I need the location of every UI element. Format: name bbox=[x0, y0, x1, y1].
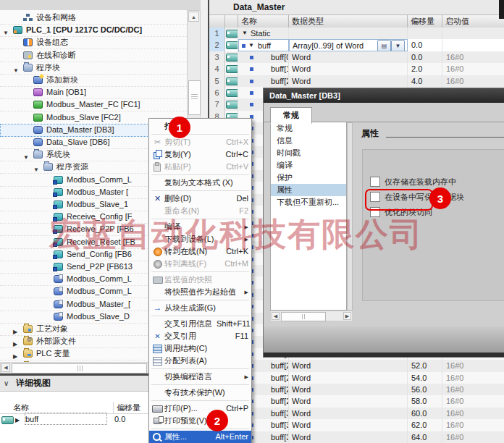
cell-startvalue[interactable]: 16#0 bbox=[442, 63, 504, 75]
db-editor-title: Data_Master bbox=[209, 0, 504, 14]
menu-item[interactable]: 调用结构(C) bbox=[149, 342, 251, 355]
tree-item[interactable]: 在线和诊断 bbox=[0, 49, 187, 62]
cell-datatype[interactable]: Word bbox=[289, 431, 408, 443]
dialog-nav-item[interactable]: 编译 bbox=[271, 159, 346, 172]
table-row[interactable]: 33buff[30]Word60.016#0 bbox=[209, 408, 504, 419]
menu-item-shortcut: F11 bbox=[235, 330, 248, 342]
menu-item[interactable]: 将快照值作为起始值▶ bbox=[149, 286, 251, 298]
dialog-nav-item[interactable]: 时间戳 bbox=[271, 147, 346, 159]
cell-datatype[interactable]: Word bbox=[289, 360, 408, 371]
dialog-nav-item[interactable]: 常规 bbox=[271, 122, 346, 135]
cell-datatype[interactable] bbox=[289, 28, 408, 39]
tree-item[interactable]: ▼程序块 bbox=[0, 62, 187, 75]
tree-hscroll-thumb[interactable] bbox=[12, 363, 147, 374]
cell-startvalue[interactable]: 16#0 bbox=[442, 360, 504, 371]
table-row[interactable]: 32buff[29]Word58.016#0 bbox=[209, 395, 504, 407]
dialog-nav-hscroll-thumb[interactable] bbox=[281, 312, 326, 321]
cell-startvalue[interactable]: 16#0 bbox=[442, 75, 504, 87]
table-row[interactable]: 30buff[27]Word54.016#0 bbox=[209, 372, 504, 384]
scroll-up-icon[interactable]: ▲ bbox=[188, 12, 199, 22]
dialog-nav-item[interactable]: 下载但不重新初... bbox=[271, 196, 346, 208]
cell-datatype[interactable]: Word bbox=[289, 75, 408, 87]
program-resources-folder-icon bbox=[43, 163, 53, 171]
table-row[interactable]: 29buff[26]Word52.016#0 bbox=[209, 360, 504, 371]
cell-startvalue[interactable] bbox=[442, 28, 504, 39]
menu-item[interactable]: 分配列表(A) bbox=[149, 355, 251, 367]
menu-item[interactable]: 属性...Alt+Enter bbox=[149, 431, 251, 443]
tree-item[interactable]: 设备组态 bbox=[0, 36, 187, 49]
type-dropdown-button[interactable]: ▼ bbox=[391, 40, 405, 51]
col-header-datatype[interactable]: 数据类型 bbox=[289, 15, 408, 28]
cell-datatype[interactable]: Word bbox=[289, 408, 408, 419]
scroll-left-icon[interactable]: ◀ bbox=[272, 312, 280, 320]
checkbox-unchecked[interactable] bbox=[370, 177, 380, 187]
cell-startvalue[interactable]: 16#0 bbox=[442, 51, 504, 63]
tab-general[interactable]: 常规 bbox=[270, 107, 312, 124]
cell-startvalue[interactable]: 16#0 bbox=[442, 431, 504, 443]
chevron-down-icon[interactable]: ▼ bbox=[242, 28, 248, 39]
tree-vscroll-thumb[interactable] bbox=[188, 80, 201, 115]
cell-startvalue[interactable]: 16#0 bbox=[442, 384, 504, 395]
cell-name[interactable]: buff[0] bbox=[238, 51, 289, 63]
table-row[interactable]: 4buff[1]Word2.016#0 bbox=[209, 63, 504, 75]
menu-item[interactable]: 复制为文本格式 (X) bbox=[149, 177, 251, 189]
cell-datatype[interactable]: Word bbox=[289, 51, 408, 63]
checkbox-row[interactable]: 仅存储在装载内存中 bbox=[370, 176, 456, 187]
menu-item[interactable]: 交叉引用信息Shift+F11 bbox=[149, 318, 251, 330]
cell-datatype[interactable]: Word bbox=[289, 384, 408, 395]
table-row[interactable]: 34buff[31]Word62.016#0 bbox=[209, 419, 504, 431]
table-row[interactable]: 35buff[32]Word64.016#0 bbox=[209, 431, 504, 443]
menu-item[interactable]: 打开 bbox=[149, 120, 251, 132]
cell-name[interactable]: ▼Static bbox=[238, 28, 289, 39]
expand-arrow-icon[interactable]: ▶ bbox=[15, 414, 20, 426]
cell-name[interactable]: buff[1] bbox=[238, 63, 289, 75]
table-row[interactable]: 3buff[0]Word0.016#0 bbox=[209, 51, 504, 63]
col-header-offset[interactable]: 偏移量 bbox=[408, 15, 442, 28]
collapse-chevron-icon[interactable]: ∨ bbox=[4, 376, 9, 391]
cell-name[interactable]: ▼buff bbox=[238, 39, 289, 51]
dialog-nav-vscrollbar[interactable] bbox=[347, 122, 353, 311]
tree-item[interactable]: 设备和网络 bbox=[0, 12, 187, 25]
col-header-name[interactable]: 名称 bbox=[238, 15, 289, 28]
cell-datatype[interactable]: Word bbox=[289, 372, 408, 384]
tree-item[interactable]: ▼PLC_1 [CPU 1217C DC/DC/DC] bbox=[0, 24, 187, 37]
cell-datatype[interactable]: Array[0..99] of Word▤▼ bbox=[289, 39, 408, 51]
col-header-startvalue[interactable]: 启动值 bbox=[442, 15, 504, 28]
chevron-down-icon[interactable]: ▼ bbox=[248, 40, 254, 51]
table-row[interactable]: 1▼Static bbox=[209, 28, 504, 39]
dialog-nav-item[interactable]: 信息 bbox=[271, 135, 346, 147]
dialog-nav-hscrollbar[interactable]: ◀ ▶ bbox=[270, 311, 353, 321]
tree-item[interactable]: Main [OB1] bbox=[0, 86, 187, 99]
scroll-left-icon[interactable]: ◀ bbox=[1, 363, 10, 372]
cell-datatype[interactable]: Word bbox=[289, 395, 408, 407]
cell-name[interactable]: buff[2] bbox=[238, 75, 289, 87]
open-type-picker-button[interactable]: ▤ bbox=[377, 40, 391, 51]
dialog-nav-item[interactable]: 属性 bbox=[271, 184, 346, 196]
menu-item[interactable]: 打印预览(V)... bbox=[149, 415, 251, 427]
menu-item[interactable]: 从块生成源(G) bbox=[149, 302, 251, 314]
cell-startvalue[interactable] bbox=[442, 39, 504, 51]
table-row[interactable]: 2▼buffArray[0..99] of Word▤▼0.0 bbox=[209, 39, 504, 51]
menu-item[interactable]: 转到在线(N)Ctrl+K bbox=[149, 245, 251, 258]
cell-startvalue[interactable]: 16#0 bbox=[442, 372, 504, 384]
cell-datatype[interactable]: Word bbox=[289, 63, 408, 75]
cell-datatype[interactable]: Word bbox=[289, 419, 408, 431]
cell-startvalue[interactable]: 16#0 bbox=[442, 395, 504, 407]
menu-item[interactable]: 交叉引用F11 bbox=[149, 330, 251, 342]
tree-item[interactable]: Modbus_Master_FC [FC1] bbox=[0, 98, 187, 111]
menu-item[interactable]: 打印(P)...Ctrl+P bbox=[149, 402, 251, 415]
table-row[interactable]: 5buff[2]Word4.016#0 bbox=[209, 75, 504, 87]
menu-item[interactable]: 切换编程语言▶ bbox=[149, 371, 251, 383]
cell-startvalue[interactable]: 16#0 bbox=[442, 408, 504, 419]
scroll-right-icon[interactable]: ▶ bbox=[343, 312, 351, 320]
menu-item[interactable]: 删除(D)Del bbox=[149, 193, 251, 205]
menu-item[interactable]: 编译▶ bbox=[149, 221, 251, 233]
table-row[interactable]: 31buff[28]Word56.016#0 bbox=[209, 384, 504, 395]
detail-row-name[interactable]: buff bbox=[25, 413, 106, 424]
tree-item[interactable]: 添加新块 bbox=[0, 74, 187, 87]
cell-startvalue[interactable]: 16#0 bbox=[442, 419, 504, 431]
menu-item[interactable]: 复制(Y)Ctrl+C bbox=[149, 148, 251, 161]
dialog-nav-item[interactable]: 保护 bbox=[271, 172, 346, 184]
menu-item[interactable]: 下载到设备(L)▶ bbox=[149, 233, 251, 245]
menu-item[interactable]: 专有技术保护(W) bbox=[149, 387, 251, 399]
